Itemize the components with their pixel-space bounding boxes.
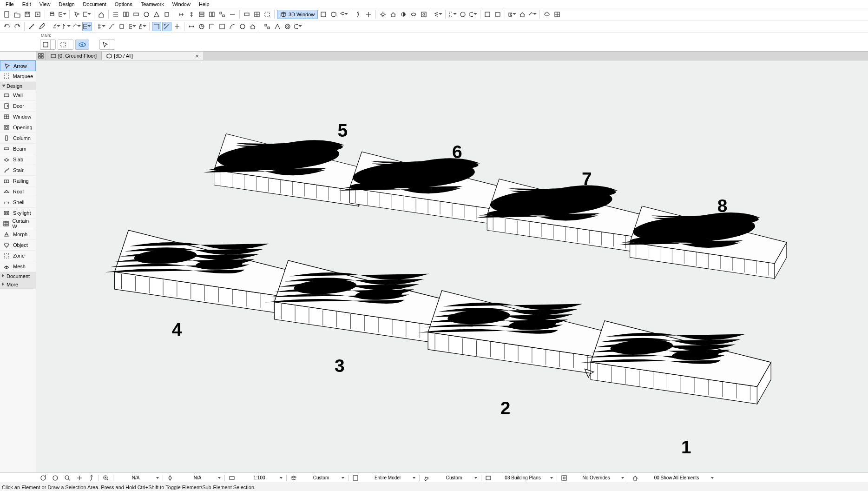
- skylight-tool[interactable]: Skylight: [0, 208, 36, 219]
- dist-4-icon[interactable]: [207, 10, 217, 19]
- d4-icon[interactable]: [82, 22, 92, 31]
- home-icon[interactable]: [97, 10, 106, 19]
- sel-3-icon[interactable]: [468, 10, 478, 19]
- mvo-icon[interactable]: [483, 474, 493, 482]
- mod-1-icon[interactable]: [483, 10, 492, 19]
- dist-6-icon[interactable]: [228, 10, 237, 19]
- measure-icon[interactable]: [27, 22, 36, 31]
- tab-switcher-icon[interactable]: [36, 52, 46, 60]
- m-4-icon[interactable]: [217, 22, 227, 31]
- stair-tool[interactable]: Stair: [0, 165, 36, 176]
- door-tool[interactable]: Door: [0, 101, 36, 112]
- grp-2-icon[interactable]: [252, 10, 262, 19]
- more-group-header[interactable]: More: [0, 280, 36, 289]
- scale-icon[interactable]: [227, 474, 237, 482]
- walk-icon[interactable]: [354, 10, 363, 19]
- saveas-icon[interactable]: [33, 10, 42, 19]
- roof-tool[interactable]: Roof: [0, 186, 36, 197]
- menu-document[interactable]: Document: [79, 1, 110, 7]
- sun-icon[interactable]: [378, 10, 388, 19]
- m-1-icon[interactable]: [187, 22, 196, 31]
- snap-2-icon[interactable]: [117, 22, 126, 31]
- pens-field[interactable]: Custom: [434, 474, 479, 482]
- zoom-field[interactable]: 1:100: [239, 474, 284, 482]
- tab-ground-floor[interactable]: [0. Ground Floor]: [46, 52, 102, 60]
- sel-1-icon[interactable]: [448, 10, 457, 19]
- x-2-icon[interactable]: [273, 22, 282, 31]
- x-1-icon[interactable]: [263, 22, 272, 31]
- cloud-icon[interactable]: [542, 10, 552, 19]
- pan-icon[interactable]: [74, 474, 85, 482]
- edit-icon[interactable]: [37, 22, 46, 31]
- layers-icon[interactable]: [289, 474, 299, 482]
- d3-icon[interactable]: [72, 22, 81, 31]
- mod-2-icon[interactable]: [493, 10, 502, 19]
- m-3-icon[interactable]: [207, 22, 217, 31]
- menu-window[interactable]: Window: [169, 1, 194, 7]
- morph-tool[interactable]: Morph: [0, 229, 36, 240]
- grp-1-icon[interactable]: [242, 10, 251, 19]
- object-tool[interactable]: Object: [0, 240, 36, 251]
- attr-icon[interactable]: [82, 10, 92, 19]
- marquee-tool[interactable]: Marquee: [0, 71, 36, 82]
- m-5-icon[interactable]: [228, 22, 237, 31]
- m-6-icon[interactable]: [238, 22, 247, 31]
- select-mode-2-group[interactable]: [58, 40, 73, 50]
- menu-teamwork[interactable]: Teamwork: [137, 1, 168, 7]
- view-2-icon[interactable]: [329, 10, 338, 19]
- cursor-opt-group[interactable]: [99, 40, 115, 50]
- sel-2-icon[interactable]: [458, 10, 467, 19]
- orbit-reset-icon[interactable]: [38, 474, 48, 482]
- display-field[interactable]: 00 Show All Elements: [642, 474, 716, 482]
- column-tool[interactable]: Column: [0, 133, 36, 144]
- pick-icon[interactable]: [72, 10, 81, 19]
- walk-nav-icon[interactable]: [86, 474, 97, 482]
- 3d-viewport[interactable]: 5 6 7 8 4 3 2 1: [36, 60, 868, 472]
- menu-design[interactable]: Design: [55, 1, 78, 7]
- select-mode-group[interactable]: [40, 40, 56, 50]
- gs-1-icon[interactable]: [152, 22, 161, 31]
- arrow-tool[interactable]: Arrow: [0, 60, 36, 71]
- menu-options[interactable]: Options: [111, 1, 136, 7]
- model-field[interactable]: Entire Model: [362, 474, 417, 482]
- m-7-icon[interactable]: [248, 22, 257, 31]
- gs-3-icon[interactable]: [172, 22, 182, 31]
- redo-icon[interactable]: [13, 22, 22, 31]
- d2-icon[interactable]: [62, 22, 71, 31]
- orient-icon[interactable]: [165, 474, 175, 482]
- go-icon[interactable]: [559, 474, 569, 482]
- print-icon[interactable]: [47, 10, 57, 19]
- orbit-icon[interactable]: [50, 474, 60, 482]
- quick-select-group[interactable]: [75, 40, 89, 50]
- menu-file[interactable]: File: [2, 1, 18, 7]
- tab-3d-all[interactable]: [3D / All] ×: [102, 52, 204, 60]
- mesh-tool[interactable]: Mesh: [0, 261, 36, 272]
- grid-icon[interactable]: [552, 10, 562, 19]
- menu-help[interactable]: Help: [195, 1, 213, 7]
- snap-1-icon[interactable]: [107, 22, 116, 31]
- align-6-icon[interactable]: [162, 10, 171, 19]
- align-3-icon[interactable]: [132, 10, 141, 19]
- document-group-header[interactable]: Document: [0, 272, 36, 280]
- gs-2-icon[interactable]: [162, 22, 171, 31]
- m-2-icon[interactable]: [197, 22, 206, 31]
- nav-home-icon[interactable]: [528, 10, 537, 19]
- undo-icon[interactable]: [2, 22, 12, 31]
- opening-tool[interactable]: Opening: [0, 122, 36, 133]
- design-group-header[interactable]: Design: [0, 82, 36, 90]
- x-4-icon[interactable]: [293, 22, 302, 31]
- menu-edit[interactable]: Edit: [19, 1, 35, 7]
- snap-house-icon[interactable]: [518, 10, 527, 19]
- overrides-field[interactable]: No Overrides: [571, 474, 626, 482]
- plot-icon[interactable]: [58, 10, 67, 19]
- level-icon[interactable]: [52, 22, 61, 31]
- model-icon[interactable]: [350, 474, 361, 482]
- snap-3-icon[interactable]: [127, 22, 137, 31]
- grp-3-icon[interactable]: [263, 10, 272, 19]
- shell-tool[interactable]: Shell: [0, 197, 36, 208]
- dist-1-icon[interactable]: [177, 10, 186, 19]
- display-icon[interactable]: [630, 474, 640, 482]
- dist-2-icon[interactable]: [187, 10, 196, 19]
- view-1-icon[interactable]: [319, 10, 328, 19]
- wire-icon[interactable]: [409, 10, 418, 19]
